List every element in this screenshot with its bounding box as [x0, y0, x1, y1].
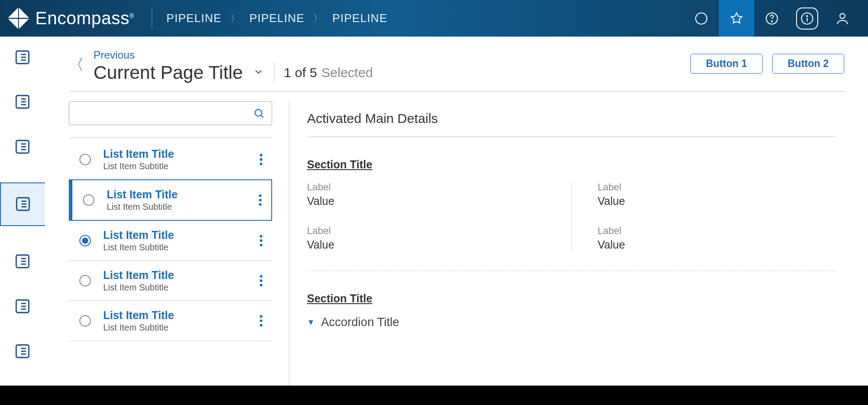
svg-point-62	[255, 109, 262, 116]
action-button-1[interactable]: Button 1	[690, 54, 762, 74]
brand-area[interactable]: Encompass®	[8, 8, 134, 29]
brand-logo-icon	[8, 8, 29, 29]
field-label: Label	[598, 182, 835, 193]
section-title-1: Section Title	[307, 158, 835, 171]
topbar-actions	[684, 0, 860, 37]
search-field[interactable]	[69, 101, 272, 125]
list-item-title: List Item Title	[107, 188, 243, 201]
divider	[152, 8, 152, 29]
search-icon	[253, 108, 265, 119]
chevron-right-icon: 〉	[230, 12, 240, 25]
svg-point-2	[771, 21, 772, 22]
list-item-title: List Item Title	[103, 269, 244, 282]
list-panel: List Item TitleList Item SubtitleList It…	[69, 101, 289, 396]
list-item-subtitle: List Item Subtitle	[103, 282, 244, 293]
section-title-2: Section Title	[307, 292, 835, 305]
field-label: Label	[307, 182, 562, 193]
field-value: Value	[307, 238, 562, 251]
list-item-title: List Item Title	[103, 229, 244, 242]
list-item-subtitle: List Item Subtitle	[103, 242, 244, 253]
kebab-menu-icon[interactable]	[256, 313, 266, 328]
detail-panel: Activated Main Details Section Title Lab…	[307, 101, 844, 396]
kebab-menu-icon[interactable]	[256, 152, 266, 167]
list-item[interactable]: List Item TitleList Item Subtitle	[69, 221, 272, 261]
field: Label Value	[580, 225, 835, 251]
nav-item-2[interactable]	[13, 93, 32, 111]
kebab-menu-icon[interactable]	[256, 273, 266, 288]
bottom-bar	[0, 386, 868, 405]
previous-link[interactable]: Previous	[94, 49, 373, 61]
divider	[274, 63, 274, 83]
list-item[interactable]: List Item TitleList Item Subtitle	[69, 140, 272, 180]
nav-item-4-selected[interactable]	[0, 182, 45, 226]
field: Label Value	[307, 225, 562, 251]
selection-counter: 1 of 5Selected	[284, 65, 373, 80]
radio-button[interactable]	[83, 194, 94, 206]
list-item[interactable]: List Item TitleList Item Subtitle	[69, 179, 272, 221]
nav-item-5[interactable]	[13, 253, 32, 271]
field-value: Value	[598, 238, 835, 251]
info-icon[interactable]	[789, 0, 825, 37]
field-label: Label	[307, 225, 562, 237]
field-label: Label	[598, 225, 835, 237]
nav-item-1[interactable]	[13, 48, 32, 67]
field-value: Value	[598, 195, 835, 208]
svg-point-4	[807, 15, 808, 16]
user-profile-icon[interactable]	[825, 0, 860, 37]
title-dropdown-chevron-icon[interactable]	[253, 66, 264, 79]
nav-item-3[interactable]	[13, 137, 32, 156]
detail-heading: Activated Main Details	[307, 111, 835, 126]
list-item[interactable]: List Item TitleList Item Subtitle	[69, 301, 272, 341]
accordion-title: Accordion Title	[321, 316, 399, 329]
status-circle-icon[interactable]	[684, 0, 719, 37]
field: Label Value	[580, 182, 835, 208]
list-item-title: List Item Title	[103, 309, 244, 322]
chevron-right-icon: 〉	[313, 12, 323, 25]
kebab-menu-icon[interactable]	[255, 193, 265, 208]
list-item-subtitle: List Item Subtitle	[107, 202, 243, 212]
nav-item-7[interactable]	[13, 342, 32, 360]
breadcrumb: PIPELINE 〉 PIPELINE 〉 PIPELINE	[166, 11, 387, 25]
svg-line-63	[261, 115, 263, 117]
top-bar: Encompass® PIPELINE 〉 PIPELINE 〉 PIPELIN…	[0, 0, 868, 37]
svg-point-0	[696, 13, 707, 24]
radio-button[interactable]	[79, 275, 91, 286]
accordion-header[interactable]: ▼ Accordion Title	[307, 316, 835, 329]
kebab-menu-icon[interactable]	[256, 233, 266, 248]
field-value: Value	[307, 195, 562, 208]
main-content: 〈 Previous Current Page Title 1 of 5Sele…	[45, 37, 868, 405]
radio-button[interactable]	[79, 315, 91, 327]
back-chevron-icon[interactable]: 〈	[69, 55, 84, 75]
search-input[interactable]	[76, 108, 253, 119]
list-item-title: List Item Title	[103, 148, 244, 160]
radio-button[interactable]	[79, 154, 91, 165]
breadcrumb-item[interactable]: PIPELINE	[249, 11, 304, 25]
svg-point-5	[840, 13, 845, 18]
action-button-2[interactable]: Button 2	[772, 54, 844, 74]
field: Label Value	[307, 182, 562, 208]
nav-item-6[interactable]	[13, 297, 32, 316]
caret-down-icon: ▼	[307, 318, 315, 327]
breadcrumb-item[interactable]: PIPELINE	[166, 11, 221, 25]
help-icon[interactable]	[754, 0, 789, 37]
favorite-star-icon[interactable]	[719, 0, 754, 37]
breadcrumb-item[interactable]: PIPELINE	[332, 11, 387, 25]
left-nav-rail	[0, 37, 45, 405]
page-header: 〈 Previous Current Page Title 1 of 5Sele…	[69, 49, 844, 92]
list-item[interactable]: List Item TitleList Item Subtitle	[69, 261, 272, 301]
brand-name: Encompass®	[35, 8, 134, 28]
radio-button[interactable]	[79, 235, 91, 246]
field-grid: Label Value Label Value Label Value Labe…	[307, 182, 835, 251]
page-title: Current Page Title	[94, 62, 243, 83]
list-item-subtitle: List Item Subtitle	[103, 323, 244, 333]
list-item-subtitle: List Item Subtitle	[103, 161, 244, 171]
